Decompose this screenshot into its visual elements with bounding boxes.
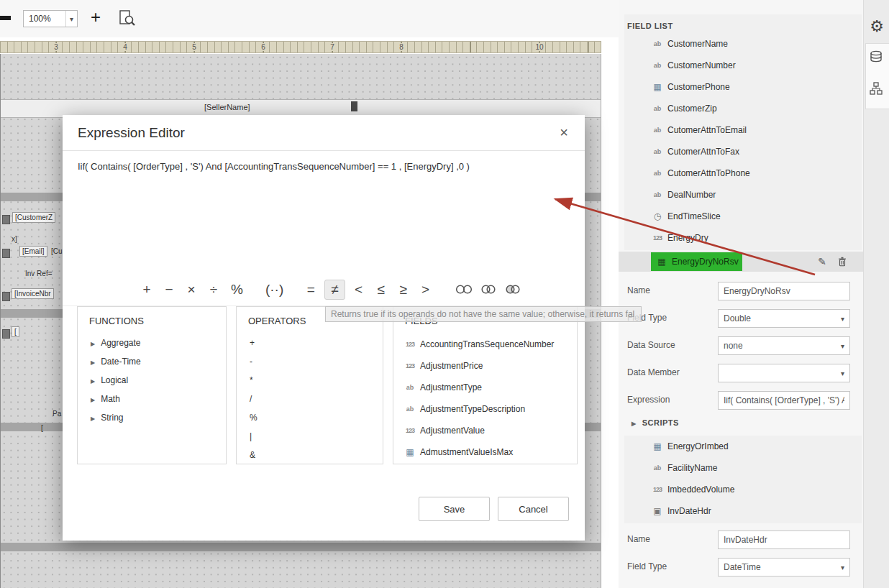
name-input-2[interactable]: [718, 530, 850, 549]
operator-item[interactable]: |: [237, 427, 383, 446]
save-button[interactable]: Save: [419, 497, 490, 521]
op-minus-button[interactable]: −: [160, 280, 178, 299]
chevron-down-icon[interactable]: [65, 11, 77, 27]
field-item[interactable]: 123AdjustmentPrice: [393, 355, 577, 377]
row-handle-icon[interactable]: [2, 292, 10, 301]
report-field-fragment[interactable]: Pa: [53, 410, 61, 418]
field-list-item[interactable]: ▦EnergyOrImbed: [624, 436, 862, 457]
operator-item[interactable]: -: [237, 352, 383, 371]
function-category-date-time[interactable]: Date-Time: [78, 352, 226, 371]
report-field-fragment[interactable]: x]: [12, 235, 17, 243]
op-less-button[interactable]: <: [350, 280, 368, 299]
zoom-in-button[interactable]: +: [91, 7, 101, 27]
op-not-equal-button[interactable]: ≠: [324, 280, 345, 300]
field-list-item[interactable]: ▦CustomerPhone: [624, 76, 862, 98]
field-item[interactable]: 123AdjustmentValue: [393, 420, 577, 441]
report-field-fragment[interactable]: [: [41, 424, 43, 432]
functions-header: FUNCTIONS: [78, 307, 226, 334]
editor-panels: FUNCTIONS Aggregate Date-Time Logical Ma…: [77, 306, 578, 464]
chevron-down-icon: [841, 313, 844, 323]
selected-field-row[interactable]: ▦ EnergyDryNoRsv: [619, 252, 863, 272]
scripts-expander[interactable]: SCRIPTS: [619, 414, 863, 431]
report-designer-window: 100% + 3 4 5 6 7 8 10 [SellerName]: [0, 0, 889, 588]
overlap-circles-icon-1[interactable]: [455, 284, 473, 295]
close-icon[interactable]: ×: [555, 123, 573, 142]
function-category-logical[interactable]: Logical: [78, 371, 226, 390]
field-item[interactable]: 123AccountingTransSequenceNumber: [393, 334, 577, 355]
field-type-icon: ▦: [651, 82, 664, 92]
field-name: AdjustmentValue: [420, 426, 485, 436]
expression-editor-dialog: Expression Editor × Iif( Contains( [Orde…: [63, 115, 585, 541]
overlap-circles-icon-2[interactable]: [480, 284, 497, 295]
row-handle-icon[interactable]: [2, 215, 10, 224]
ruler-number: 6: [260, 43, 267, 51]
op-multiply-button[interactable]: ×: [183, 280, 200, 299]
report-field-fragment[interactable]: [: [12, 326, 19, 337]
field-list-item[interactable]: abCutomerAttnToEmail: [624, 119, 862, 141]
ruler-number: 8: [398, 43, 405, 51]
report-structure-icon[interactable]: [870, 82, 883, 98]
field-item[interactable]: abAdjustmentType: [393, 377, 577, 398]
data-source-icon[interactable]: [870, 50, 883, 66]
function-category-math[interactable]: Math: [78, 390, 226, 408]
edit-field-button[interactable]: [814, 254, 830, 269]
op-greater-button[interactable]: >: [417, 280, 434, 299]
operator-item[interactable]: +: [237, 334, 383, 352]
operator-item[interactable]: /: [237, 390, 383, 408]
field-list-item[interactable]: abCustomerZip: [624, 98, 862, 119]
name-input[interactable]: [718, 282, 850, 300]
op-plus-button[interactable]: +: [138, 280, 155, 299]
operator-toolbar: + − × ÷ % (··) = ≠ < ≤ ≥ >: [63, 273, 585, 306]
op-less-equal-button[interactable]: ≤: [373, 280, 390, 299]
expression-input[interactable]: [718, 391, 850, 410]
report-field-seller-name[interactable]: [SellerName]: [204, 103, 250, 111]
selected-field-highlight[interactable]: ▦ EnergyDryNoRsv: [651, 252, 742, 271]
dialog-title: Expression Editor: [78, 115, 185, 151]
data-member-select[interactable]: [718, 364, 850, 382]
field-list-item[interactable]: 123ImbeddedVolume: [624, 479, 862, 500]
print-preview-icon[interactable]: [119, 10, 135, 30]
op-parentheses-button[interactable]: (··): [262, 280, 287, 299]
data-source-select[interactable]: none: [718, 336, 850, 355]
function-category-string[interactable]: String: [78, 408, 226, 427]
overlap-circles-icon-3[interactable]: [504, 284, 521, 295]
field-list-item[interactable]: abFacilityName: [624, 457, 862, 479]
gear-icon[interactable]: [864, 17, 889, 36]
expression-text-area[interactable]: Iif( Contains( [OrderType] , 'S') And [A…: [63, 151, 585, 273]
report-field-customer-zip[interactable]: [CustomerZ: [12, 212, 55, 223]
field-type-icon: ab: [651, 191, 664, 198]
field-list-item[interactable]: abCutomerAttnToFax: [624, 141, 862, 162]
op-modulo-button[interactable]: %: [227, 280, 247, 299]
zoom-combo[interactable]: 100%: [23, 10, 78, 27]
delete-field-button[interactable]: [834, 254, 850, 269]
op-divide-button[interactable]: ÷: [205, 280, 222, 299]
band-separator[interactable]: [1, 543, 601, 551]
operator-item[interactable]: *: [237, 371, 383, 390]
field-list-item[interactable]: abCustomerName: [624, 33, 862, 55]
report-element-icon[interactable]: [351, 101, 357, 111]
op-equal-button[interactable]: =: [302, 280, 319, 299]
field-list-item[interactable]: ▣InvDateHdr: [624, 500, 862, 522]
function-category-aggregate[interactable]: Aggregate: [78, 334, 226, 352]
top-toolbar: 100% +: [0, 0, 619, 37]
field-item[interactable]: ▦AdmustmentValueIsMax: [393, 441, 577, 463]
prop-label: Data Member: [627, 367, 680, 377]
row-handle-icon[interactable]: [2, 329, 10, 339]
report-field-invoice-nbr[interactable]: [InvoiceNbr: [12, 288, 54, 299]
field-list-item[interactable]: abDealNumber: [624, 184, 862, 206]
field-list-item[interactable]: 123EnergyDry: [624, 227, 862, 249]
row-handle-icon[interactable]: [2, 249, 10, 258]
op-greater-equal-button[interactable]: ≥: [395, 280, 412, 299]
report-field-inv-ref[interactable]: Inv Ref=: [25, 270, 53, 277]
operator-item[interactable]: &: [237, 446, 383, 464]
field-item[interactable]: abAdjustmentTypeDescription: [393, 398, 577, 420]
field-list-item[interactable]: abCutomerAttnToPhone: [624, 162, 862, 184]
field-type-select-2[interactable]: DateTime: [718, 558, 850, 576]
operator-item[interactable]: %: [237, 408, 383, 427]
field-list-item[interactable]: abCustomerNumber: [624, 55, 862, 76]
report-field-email[interactable]: [Email]: [19, 246, 47, 257]
field-list-item[interactable]: ◷EndTimeSlice: [624, 206, 862, 227]
report-field-fragment[interactable]: [Cu: [51, 247, 63, 255]
field-type-select[interactable]: Double: [718, 309, 850, 328]
cancel-button[interactable]: Cancel: [498, 497, 569, 521]
